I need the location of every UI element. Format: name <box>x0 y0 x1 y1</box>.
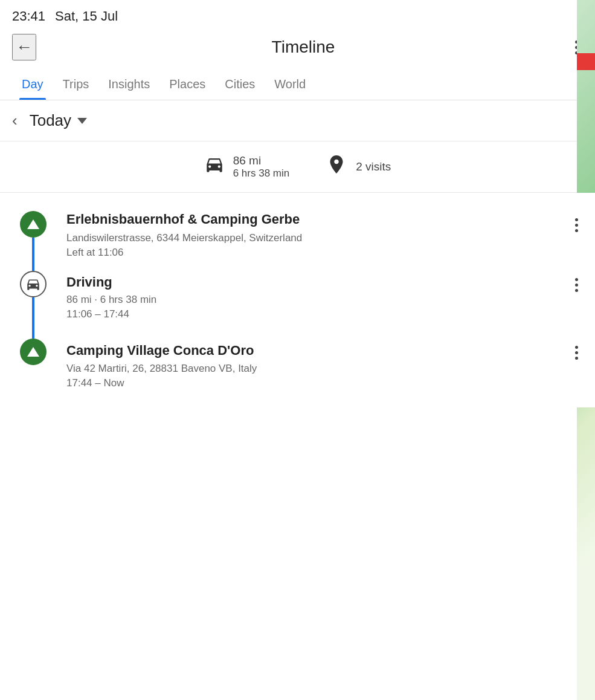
more-dot-2a <box>575 278 578 281</box>
header: ← Timeline <box>0 29 595 70</box>
distance-value: 86 mi <box>233 154 290 167</box>
more-dot-1b <box>575 224 578 227</box>
status-date: Sat, 15 Jul <box>55 8 118 24</box>
tab-world[interactable]: World <box>265 70 315 100</box>
tab-insights[interactable]: Insights <box>98 70 159 100</box>
visits-stat: 2 visits <box>326 154 391 180</box>
more-options-drive[interactable] <box>570 273 583 297</box>
connector-line-1 <box>32 238 34 271</box>
date-navigation: ‹ Today <box>0 100 595 141</box>
status-bar: 23:41 Sat, 15 Jul <box>0 0 595 29</box>
timeline: Erlebnisbauernhof & Camping Gerbe Landis… <box>0 193 595 407</box>
tab-cities[interactable]: Cities <box>215 70 265 100</box>
timeline-item-2: Camping Village Conca D'Oro Via 42 Marti… <box>12 339 583 408</box>
connector-line-drive <box>32 297 34 339</box>
tab-places[interactable]: Places <box>159 70 215 100</box>
place-name-1: Erlebnisbauernhof & Camping Gerbe <box>66 211 570 228</box>
timeline-item-drive: Driving 86 mi · 6 hrs 38 min 11:06 – 17:… <box>12 271 583 339</box>
tab-trips[interactable]: Trips <box>53 70 99 100</box>
date-picker[interactable]: Today <box>30 111 87 130</box>
timeline-line-1 <box>12 211 54 271</box>
back-button[interactable]: ← <box>12 34 36 60</box>
tab-day[interactable]: Day <box>12 70 53 100</box>
map-badge <box>577 53 595 70</box>
more-dot-3c <box>575 357 578 360</box>
drive-name: Driving <box>66 274 570 290</box>
date-label-text: Today <box>30 111 71 130</box>
drive-icon <box>20 271 47 297</box>
more-dot-2c <box>575 289 578 292</box>
car-icon <box>204 154 225 180</box>
date-dropdown-icon <box>77 118 87 124</box>
more-options-2[interactable] <box>570 341 583 365</box>
drive-time: 11:06 – 17:44 <box>66 308 570 320</box>
timeline-line-2 <box>12 339 54 365</box>
status-time: 23:41 <box>12 8 45 24</box>
place-name-2: Camping Village Conca D'Oro <box>66 342 570 360</box>
more-dot-3a <box>575 346 578 349</box>
place-address-2: Via 42 Martiri, 26, 28831 Baveno VB, Ita… <box>66 363 570 375</box>
location-pin-icon <box>326 154 347 180</box>
camping-triangle-icon-2 <box>27 347 39 357</box>
more-options-1[interactable] <box>570 213 583 237</box>
timeline-item-1: Erlebnisbauernhof & Camping Gerbe Landis… <box>12 193 583 271</box>
more-dot-1a <box>575 218 578 221</box>
drive-stats: 86 mi · 6 hrs 38 min <box>66 294 570 306</box>
more-dot-2b <box>575 284 578 287</box>
page-title: Timeline <box>272 37 335 57</box>
camping-triangle-icon-1 <box>27 219 39 229</box>
more-dot-1c <box>575 229 578 232</box>
place-time-2: 17:44 – Now <box>66 377 570 389</box>
place-time-1: Left at 11:06 <box>66 247 570 259</box>
place-icon-2 <box>20 339 47 365</box>
visits-value: 2 visits <box>356 160 391 173</box>
timeline-line-drive <box>12 271 54 339</box>
duration-value: 6 hrs 38 min <box>233 167 290 180</box>
previous-day-button[interactable]: ‹ <box>12 111 18 130</box>
stats-bar: 86 mi 6 hrs 38 min 2 visits <box>0 141 595 193</box>
place-icon-1 <box>20 211 47 238</box>
distance-stat: 86 mi 6 hrs 38 min <box>204 154 290 180</box>
more-dot-3b <box>575 351 578 354</box>
place-address-1: Landiswilerstrasse, 6344 Meierskappel, S… <box>66 232 570 244</box>
tab-bar: Day Trips Insights Places Cities World <box>0 70 595 100</box>
